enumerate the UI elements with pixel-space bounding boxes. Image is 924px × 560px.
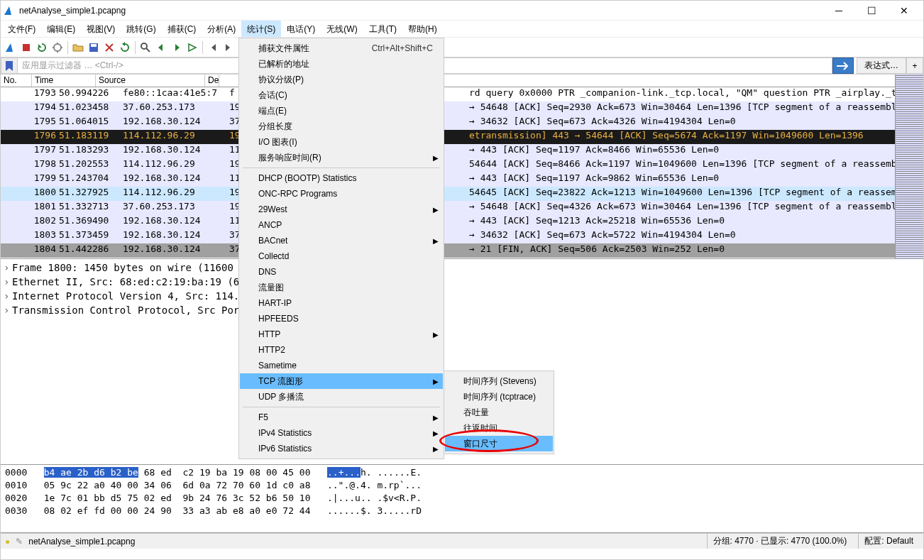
- menu-item[interactable]: 文件(F): [2, 21, 41, 37]
- menu-entry[interactable]: 已解析的地址: [240, 56, 443, 72]
- menu-entry[interactable]: 服务响应时间(R)▶: [240, 150, 443, 165]
- menu-entry[interactable]: 端点(E): [240, 103, 443, 119]
- menu-entry[interactable]: DHCP (BOOTP) Statistics: [240, 170, 443, 186]
- menu-item[interactable]: 无线(W): [321, 21, 363, 37]
- stop-capture-icon[interactable]: [19, 40, 33, 55]
- svg-rect-3: [91, 44, 97, 47]
- expression-button[interactable]: 表达式…: [857, 57, 906, 74]
- menu-item[interactable]: 统计(S): [241, 21, 281, 37]
- find-icon[interactable]: [138, 40, 153, 55]
- column-header[interactable]: Source: [96, 75, 205, 87]
- go-forward-icon[interactable]: [170, 40, 184, 55]
- packet-row[interactable]: 179451.02345837.60.253.17319→ 54648 [ACK…: [1, 101, 895, 116]
- tree-item[interactable]: ›Frame 1800: 1450 bytes on wire (11600 b…: [4, 260, 920, 275]
- go-first-icon[interactable]: [206, 40, 220, 55]
- capture-options-icon[interactable]: [50, 40, 65, 55]
- submenu-entry[interactable]: 时间序列 (Stevens): [445, 373, 553, 389]
- menu-entry[interactable]: 会话(C): [240, 87, 443, 103]
- hex-line[interactable]: 0000 b4 ae 2b d6 b2 be 68 ed c2 19 ba 19…: [5, 466, 919, 479]
- submenu-entry[interactable]: 窗口尺寸: [445, 436, 553, 451]
- menu-entry[interactable]: F5▶: [240, 410, 443, 425]
- menu-entry[interactable]: ONC-RPC Programs: [240, 186, 443, 202]
- packet-row[interactable]: 179551.064015192.168.30.12437→ 34632 [AC…: [1, 116, 895, 130]
- packet-row[interactable]: 179651.183119114.112.96.2919etransmissio…: [1, 130, 895, 144]
- column-header[interactable]: De: [205, 75, 219, 87]
- hex-line[interactable]: 0020 1e 7c 01 bb d5 75 02 ed 9b 24 76 3c…: [5, 492, 919, 505]
- packet-minimap[interactable]: [895, 75, 923, 258]
- menu-item[interactable]: 电话(Y): [281, 21, 321, 37]
- bookmark-filter-icon[interactable]: [1, 57, 18, 74]
- packet-row[interactable]: 179350.994226fe80::1caa:41e5:7frd query …: [1, 87, 895, 101]
- add-filter-button[interactable]: +: [906, 57, 923, 74]
- hex-line[interactable]: 0010 05 9c 22 a0 40 00 34 06 6d 0a 72 70…: [5, 479, 919, 492]
- menu-entry[interactable]: 流量图: [240, 280, 443, 295]
- menu-item[interactable]: 视图(V): [81, 21, 121, 37]
- close-button[interactable]: ✕: [888, 1, 920, 21]
- packet-list-pane: No.TimeSourceDe 179350.994226fe80::1caa:…: [1, 75, 923, 259]
- open-file-icon[interactable]: [71, 40, 85, 55]
- menu-item[interactable]: 捕获(C): [162, 21, 202, 37]
- save-file-icon[interactable]: [87, 40, 101, 55]
- titlebar: netAnalyse_simple1.pcapng ─ ☐ ✕: [1, 1, 923, 21]
- go-back-icon[interactable]: [154, 40, 168, 55]
- menu-entry[interactable]: IPv4 Statistics▶: [240, 425, 443, 441]
- menu-entry[interactable]: I/O 图表(I): [240, 134, 443, 150]
- column-header[interactable]: Time: [32, 75, 96, 87]
- start-capture-icon[interactable]: [4, 40, 18, 55]
- column-header[interactable]: No.: [1, 75, 32, 87]
- tree-item[interactable]: ›Transmission Control Protocol, Src Port…: [4, 303, 920, 317]
- tree-item[interactable]: ›Internet Protocol Version 4, Src: 114.1: [4, 289, 920, 303]
- packet-row[interactable]: 180351.373459192.168.30.12437→ 34632 [AC…: [1, 229, 895, 243]
- packet-row[interactable]: 180451.442286192.168.30.12437→ 21 [FIN, …: [1, 243, 895, 258]
- packet-row[interactable]: 180151.33271337.60.253.17319→ 54648 [ACK…: [1, 201, 895, 215]
- submenu-entry[interactable]: 往返时间: [445, 420, 553, 436]
- packet-row[interactable]: 180051.327925114.112.96.291954645 [ACK] …: [1, 187, 895, 201]
- hex-line[interactable]: 0030 08 02 ef fd 00 00 24 90 33 a3 ab e8…: [5, 505, 919, 517]
- menu-item[interactable]: 分析(A): [202, 21, 241, 37]
- maximize-button[interactable]: ☐: [855, 1, 888, 21]
- menu-item[interactable]: 帮助(H): [402, 21, 443, 37]
- menu-entry[interactable]: 分组长度: [240, 119, 443, 134]
- packet-list[interactable]: No.TimeSourceDe 179350.994226fe80::1caa:…: [1, 75, 895, 258]
- menu-entry[interactable]: ANCP: [240, 217, 443, 233]
- status-profile[interactable]: 配置: Default: [858, 534, 919, 549]
- menu-entry[interactable]: Collectd: [240, 248, 443, 264]
- tcp-stream-graphs-submenu: 时间序列 (Stevens)时间序列 (tcptrace)吞吐量往返时间窗口尺寸: [444, 370, 554, 454]
- menu-item[interactable]: 工具(T): [363, 21, 402, 37]
- go-last-icon[interactable]: [221, 40, 236, 55]
- menu-entry[interactable]: 29West▶: [240, 202, 443, 217]
- svg-point-4: [141, 43, 147, 49]
- minimize-button[interactable]: ─: [823, 1, 855, 21]
- tree-item[interactable]: ›Ethernet II, Src: 68:ed:c2:19:ba:19 (68…: [4, 275, 920, 289]
- menu-entry[interactable]: HTTP2: [240, 342, 443, 358]
- statistics-menu: 捕获文件属性Ctrl+Alt+Shift+C已解析的地址协议分级(P)会话(C)…: [238, 38, 444, 459]
- menu-item[interactable]: 跳转(G): [121, 21, 161, 37]
- menu-entry[interactable]: DNS: [240, 264, 443, 280]
- menu-entry[interactable]: Sametime: [240, 358, 443, 373]
- packet-row[interactable]: 179951.243704192.168.30.12411→ 443 [ACK]…: [1, 172, 895, 187]
- menu-entry[interactable]: HTTP▶: [240, 326, 443, 342]
- menu-entry[interactable]: 捕获文件属性Ctrl+Alt+Shift+C: [240, 40, 443, 56]
- menu-entry[interactable]: 协议分级(P): [240, 72, 443, 87]
- packet-row[interactable]: 180251.369490192.168.30.12411→ 443 [ACK]…: [1, 215, 895, 229]
- reload-icon[interactable]: [118, 40, 132, 55]
- packet-row[interactable]: 179851.202553114.112.96.291954644 [ACK] …: [1, 158, 895, 172]
- menu-entry[interactable]: IPv6 Statistics▶: [240, 441, 443, 456]
- svg-rect-0: [23, 44, 30, 51]
- menu-entry[interactable]: TCP 流图形▶: [240, 373, 443, 389]
- menu-entry[interactable]: UDP 多播流: [240, 389, 443, 405]
- menu-entry[interactable]: HART-IP: [240, 295, 443, 311]
- close-file-icon[interactable]: [102, 40, 116, 55]
- menu-entry[interactable]: BACnet▶: [240, 233, 443, 248]
- statusbar: ● ✎ netAnalyse_simple1.pcapng 分组: 4770 ·…: [1, 533, 923, 549]
- toolbar: 1: [1, 38, 923, 57]
- menu-item[interactable]: 编辑(E): [41, 21, 81, 37]
- packet-bytes-pane[interactable]: 0000 b4 ae 2b d6 b2 be 68 ed c2 19 ba 19…: [1, 465, 923, 533]
- restart-capture-icon[interactable]: [35, 40, 49, 55]
- apply-filter-button[interactable]: [832, 57, 854, 74]
- go-to-packet-icon[interactable]: [185, 40, 199, 55]
- submenu-entry[interactable]: 吞吐量: [445, 405, 553, 420]
- menu-entry[interactable]: HPFEEDS: [240, 311, 443, 326]
- submenu-entry[interactable]: 时间序列 (tcptrace): [445, 389, 553, 405]
- packet-row[interactable]: 179751.183293192.168.30.12411→ 443 [ACK]…: [1, 144, 895, 158]
